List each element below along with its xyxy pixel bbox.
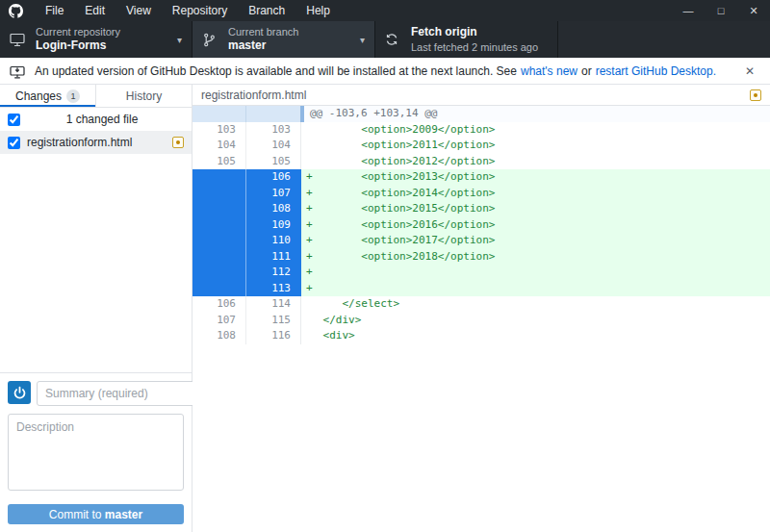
maximize-button[interactable]: □ bbox=[705, 0, 737, 21]
old-line-number[interactable] bbox=[192, 281, 246, 297]
current-repository-button[interactable]: Current repository Login-Forms ▾ bbox=[0, 21, 192, 58]
new-line-number[interactable]: 106 bbox=[246, 169, 300, 186]
tab-changes[interactable]: Changes1 bbox=[0, 85, 96, 107]
diff-line-context[interactable]: 104104 <option>2011</option> bbox=[192, 138, 770, 154]
old-line-number[interactable] bbox=[192, 106, 246, 122]
new-line-number[interactable]: 109 bbox=[246, 217, 300, 234]
banner-close-icon[interactable]: ✕ bbox=[739, 64, 760, 78]
changed-file-list: registrationform.html bbox=[0, 131, 192, 154]
new-line-number[interactable]: 108 bbox=[246, 201, 300, 217]
diff-line-added[interactable]: 108+ <option>2015</option> bbox=[192, 201, 770, 217]
new-line-number[interactable]: 105 bbox=[246, 154, 300, 170]
code-cell: </select> bbox=[300, 296, 770, 313]
diff-line-added[interactable]: 110+ <option>2017</option> bbox=[192, 233, 770, 249]
chevron-down-icon: ▾ bbox=[360, 35, 365, 45]
diff-marker bbox=[301, 122, 317, 139]
old-line-number[interactable]: 104 bbox=[192, 138, 246, 154]
diff-marker: + bbox=[301, 249, 317, 266]
diff-view: @@ -103,6 +103,14 @@103103 <option>2009<… bbox=[192, 106, 770, 344]
code-text: <option>2014</option> bbox=[317, 186, 495, 202]
user-avatar bbox=[8, 381, 31, 404]
commit-form: Commit to master bbox=[0, 372, 192, 532]
old-line-number[interactable] bbox=[192, 249, 246, 266]
minimize-button[interactable]: — bbox=[672, 0, 705, 21]
changed-files-label: 1 changed file bbox=[20, 113, 184, 126]
whats-new-link[interactable]: what's new bbox=[521, 64, 578, 78]
new-line-number[interactable]: 113 bbox=[246, 281, 300, 297]
menu-help[interactable]: Help bbox=[295, 0, 341, 21]
hunk-header-text: @@ -103,6 +103,14 @@ bbox=[300, 106, 770, 122]
changed-files-row[interactable]: 1 changed file bbox=[0, 108, 192, 131]
menu-branch[interactable]: Branch bbox=[238, 0, 295, 21]
menu-view[interactable]: View bbox=[116, 0, 162, 21]
diff-line-added[interactable]: 107+ <option>2014</option> bbox=[192, 186, 770, 202]
old-line-number[interactable]: 106 bbox=[192, 296, 246, 313]
code-text: <option>2011</option> bbox=[317, 138, 495, 154]
diff-line-context[interactable]: 108116 <div> bbox=[192, 328, 770, 344]
diff-file-header: registrationform.html bbox=[192, 85, 770, 106]
summary-input[interactable] bbox=[37, 381, 203, 406]
chevron-down-icon: ▾ bbox=[177, 35, 182, 45]
old-line-number[interactable] bbox=[192, 169, 246, 186]
restart-link[interactable]: restart GitHub Desktop. bbox=[596, 64, 716, 78]
old-line-number[interactable]: 108 bbox=[192, 328, 246, 344]
close-button[interactable]: ✕ bbox=[737, 0, 770, 21]
diff-line-added[interactable]: 111+ <option>2018</option> bbox=[192, 249, 770, 266]
code-cell: + <option>2015</option> bbox=[300, 201, 770, 217]
new-line-number[interactable]: 112 bbox=[246, 265, 300, 281]
old-line-number[interactable]: 107 bbox=[192, 313, 246, 329]
new-line-number[interactable]: 115 bbox=[246, 313, 300, 329]
diff-line-context[interactable]: 103103 <option>2009</option> bbox=[192, 122, 770, 139]
branch-label: Current branch bbox=[228, 25, 298, 38]
old-line-number[interactable] bbox=[192, 186, 246, 202]
fetch-sublabel: Last fetched 2 minutes ago bbox=[411, 40, 538, 54]
code-text: <option>2018</option> bbox=[317, 249, 495, 266]
current-branch-button[interactable]: Current branch master ▾ bbox=[192, 21, 375, 58]
menu-file[interactable]: File bbox=[35, 0, 74, 21]
diff-line-added[interactable]: 112+ bbox=[192, 265, 770, 281]
old-line-number[interactable] bbox=[192, 233, 246, 249]
new-line-number[interactable]: 110 bbox=[246, 233, 300, 249]
titlebar: FileEditViewRepositoryBranchHelp —□✕ bbox=[0, 0, 770, 21]
old-line-number[interactable] bbox=[192, 217, 246, 234]
diff-marker: + bbox=[301, 186, 317, 202]
new-line-number[interactable]: 114 bbox=[246, 296, 300, 313]
new-line-number[interactable]: 103 bbox=[246, 122, 300, 139]
diff-line-context[interactable]: 105105 <option>2012</option> bbox=[192, 154, 770, 170]
diff-line-added[interactable]: 113+ bbox=[192, 281, 770, 297]
diff-marker: + bbox=[301, 201, 317, 217]
select-all-checkbox[interactable] bbox=[8, 114, 20, 126]
desktop-download-icon bbox=[10, 63, 27, 79]
device-desktop-icon bbox=[10, 32, 27, 47]
content-area: Changes1History 1 changed file registrat… bbox=[0, 85, 770, 532]
old-line-number[interactable] bbox=[192, 265, 246, 281]
file-include-checkbox[interactable] bbox=[8, 137, 20, 149]
diff-line-context[interactable]: 106114 </select> bbox=[192, 296, 770, 313]
changed-file-row[interactable]: registrationform.html bbox=[0, 131, 192, 154]
new-line-number[interactable]: 116 bbox=[246, 328, 300, 344]
github-logo-icon bbox=[9, 4, 23, 18]
diff-marker: + bbox=[301, 233, 317, 249]
diff-panel: registrationform.html @@ -103,6 +103,14 … bbox=[192, 85, 770, 532]
fetch-origin-button[interactable]: Fetch origin Last fetched 2 minutes ago bbox=[375, 21, 558, 58]
diff-line-context[interactable]: 107115 </div> bbox=[192, 313, 770, 329]
new-line-number[interactable]: 107 bbox=[246, 186, 300, 202]
diff-line-added[interactable]: 106+ <option>2013</option> bbox=[192, 169, 770, 186]
menu-repository[interactable]: Repository bbox=[162, 0, 238, 21]
menu-edit[interactable]: Edit bbox=[74, 0, 116, 21]
old-line-number[interactable]: 105 bbox=[192, 154, 246, 170]
commit-button[interactable]: Commit to master bbox=[8, 504, 184, 524]
diff-line-added[interactable]: 109+ <option>2016</option> bbox=[192, 217, 770, 234]
old-line-number[interactable]: 103 bbox=[192, 122, 246, 139]
tab-history[interactable]: History bbox=[96, 85, 192, 107]
diff-marker bbox=[301, 328, 317, 344]
diff-file-name: registrationform.html bbox=[201, 89, 306, 102]
new-line-number[interactable]: 111 bbox=[246, 249, 300, 266]
new-line-number[interactable] bbox=[246, 106, 300, 122]
toolbar: Current repository Login-Forms ▾ Current… bbox=[0, 21, 770, 58]
new-line-number[interactable]: 104 bbox=[246, 138, 300, 154]
old-line-number[interactable] bbox=[192, 201, 246, 217]
description-input[interactable] bbox=[8, 414, 184, 491]
code-cell: <option>2009</option> bbox=[300, 122, 770, 139]
banner-conjunction: or bbox=[581, 64, 592, 78]
